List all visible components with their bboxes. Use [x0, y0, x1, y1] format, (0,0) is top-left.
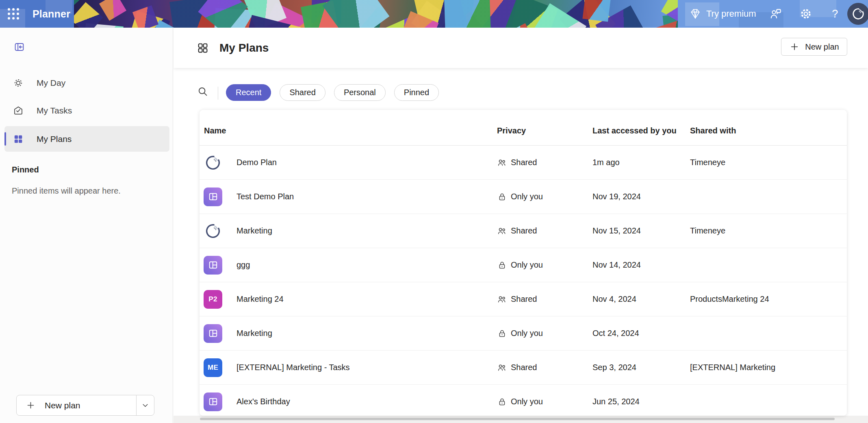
plan-name: Test Demo Plan	[237, 192, 294, 201]
table-row[interactable]: Marketing Shared Nov 15, 2024 Timeneye	[200, 214, 847, 248]
plans-table-card: Name Privacy Last accessed by you Shared…	[200, 110, 847, 416]
top-bar: Planner Try premium	[0, 0, 868, 28]
grid-outline-icon	[197, 42, 209, 54]
table-row[interactable]: Demo Plan Shared 1m ago Timeneye	[200, 146, 847, 180]
account-avatar[interactable]	[847, 3, 868, 25]
last-accessed: 1m ago	[592, 158, 690, 167]
horizontal-scrollbar[interactable]	[200, 418, 835, 420]
plan-icon-board	[204, 188, 222, 206]
plan-name: Demo Plan	[237, 158, 277, 167]
plan-icon-board	[204, 392, 222, 411]
plan-icon-initials: P2	[204, 290, 222, 309]
plan-name: Marketing	[237, 226, 272, 235]
premium-diamond-icon	[689, 8, 701, 20]
app-header: Planner	[0, 0, 74, 28]
sidebar-item-my-day[interactable]: My Day	[4, 71, 169, 95]
privacy-label: Shared	[511, 226, 537, 235]
privacy-label: Only you	[511, 260, 543, 270]
lock-icon	[497, 192, 507, 202]
collapse-nav-icon[interactable]	[11, 39, 27, 55]
plus-icon	[26, 400, 36, 410]
new-plan-button-top[interactable]: New plan	[781, 38, 847, 56]
sidebar-item-my-plans[interactable]: My Plans	[4, 126, 169, 152]
privacy-label: Only you	[511, 329, 543, 338]
plan-name: Marketing	[237, 329, 272, 338]
people-icon	[497, 158, 507, 168]
sidebar-new-plan-split-button: New plan	[16, 395, 154, 416]
plan-icon-initials: ME	[204, 358, 222, 377]
help-icon[interactable]: ?	[826, 5, 844, 23]
lock-icon	[497, 397, 507, 407]
last-accessed: Sep 3, 2024	[592, 363, 690, 372]
table-row[interactable]: ggg Only you Nov 14, 2024	[200, 248, 847, 282]
last-accessed: Nov 19, 2024	[592, 192, 690, 201]
sidebar-item-label: My Tasks	[37, 106, 72, 116]
grid-icon	[13, 134, 24, 144]
feedback-icon[interactable]	[767, 5, 785, 23]
avatar-timeneye-logo	[851, 6, 866, 22]
filter-bar: Recent Shared Personal Pinned	[174, 68, 868, 110]
table-row[interactable]: Marketing Only you Oct 24, 2024	[200, 316, 847, 351]
try-premium-button[interactable]: Try premium	[689, 8, 756, 20]
last-accessed: Nov 14, 2024	[592, 260, 690, 270]
table-row[interactable]: Alex's Birthday Only you Jun 25, 2024	[200, 385, 847, 416]
plan-name: Marketing 24	[237, 294, 284, 304]
planner-app: Planner Try premium	[0, 0, 868, 423]
table-row[interactable]: P2 Marketing 24 Shared Nov 4, 2024 Produ…	[200, 282, 847, 316]
shared-with: [EXTERNAL] Marketing	[690, 363, 847, 372]
plan-name: Alex's Birthday	[237, 397, 290, 406]
filter-pill-pinned[interactable]: Pinned	[394, 84, 439, 101]
privacy-label: Only you	[511, 192, 543, 201]
last-accessed: Oct 24, 2024	[592, 329, 690, 338]
tasks-check-icon	[13, 105, 24, 116]
app-launcher-waffle-icon[interactable]	[3, 4, 24, 24]
people-icon	[497, 294, 507, 304]
plus-icon	[789, 41, 800, 52]
shared-with: Timeneye	[690, 158, 847, 167]
new-plan-button[interactable]: New plan	[17, 395, 136, 415]
column-header-privacy: Privacy	[497, 126, 592, 135]
sidebar-item-my-tasks[interactable]: My Tasks	[4, 99, 169, 122]
chevron-down-icon	[141, 401, 150, 410]
plan-icon-timeneye-logo	[204, 153, 222, 172]
plan-icon-board	[204, 256, 222, 275]
divider	[218, 87, 218, 100]
filter-pill-personal[interactable]: Personal	[334, 84, 386, 101]
plan-icon-timeneye-logo	[204, 222, 222, 240]
table-row[interactable]: Test Demo Plan Only you Nov 19, 2024	[200, 180, 847, 214]
privacy-label: Only you	[511, 397, 543, 406]
sidebar-item-label: My Day	[37, 78, 65, 88]
plan-icon-board	[204, 324, 222, 343]
app-title: Planner	[33, 8, 70, 20]
privacy-label: Shared	[511, 363, 537, 372]
filter-pills: Recent Shared Personal Pinned	[226, 84, 439, 101]
sidebar-item-label: My Plans	[37, 134, 72, 144]
pinned-section-header: Pinned	[12, 165, 39, 174]
table-header: Name Privacy Last accessed by you Shared…	[200, 116, 847, 146]
gear-icon[interactable]	[797, 5, 815, 23]
main-content: My Plans New plan Recent Shared Personal…	[174, 28, 868, 423]
lock-icon	[497, 260, 507, 270]
filter-pill-recent[interactable]: Recent	[226, 84, 271, 101]
page-title: My Plans	[219, 41, 269, 55]
column-header-last-accessed: Last accessed by you	[592, 126, 690, 135]
last-accessed: Nov 15, 2024	[592, 226, 690, 235]
help-glyph: ?	[832, 8, 838, 20]
filter-pill-shared[interactable]: Shared	[280, 84, 326, 101]
try-premium-label: Try premium	[706, 9, 756, 19]
shared-with: Timeneye	[690, 226, 847, 235]
sun-icon	[13, 78, 24, 88]
table-row[interactable]: ME [EXTERNAL] Marketing - Tasks Shared S…	[200, 351, 847, 385]
sidebar: My Day My Tasks My Plans Pinned Pinned i…	[0, 28, 173, 423]
table-body: Demo Plan Shared 1m ago Timeneye	[200, 146, 847, 416]
people-icon	[497, 363, 507, 373]
last-accessed: Nov 4, 2024	[592, 294, 690, 304]
banner-collage	[74, 0, 678, 28]
page-header: My Plans New plan	[174, 28, 868, 68]
new-plan-dropdown-chevron[interactable]	[137, 395, 154, 415]
new-plan-label: New plan	[45, 401, 80, 410]
search-icon[interactable]	[194, 83, 212, 100]
new-plan-label: New plan	[805, 42, 839, 52]
top-bar-right: Try premium ?	[678, 0, 868, 28]
privacy-label: Shared	[511, 158, 537, 167]
